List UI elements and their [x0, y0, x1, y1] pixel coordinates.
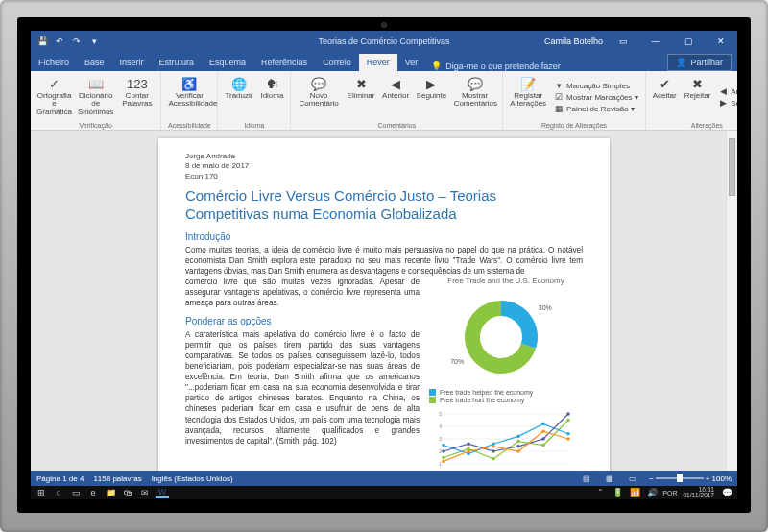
ribbon-icon: 123 [129, 75, 146, 92]
undo-icon[interactable]: ↶ [54, 36, 65, 47]
web-layout-icon[interactable]: ▭ [626, 472, 639, 484]
qat-dropdown-icon[interactable]: ▾ [88, 36, 100, 47]
ribbon-label: Dicionário de Sinónimos [78, 92, 113, 116]
ribbon-button[interactable]: ✔Aceitar [650, 73, 680, 121]
ribbon-button[interactable]: 📝Registar Alterações [507, 73, 549, 121]
tab-estrutura[interactable]: Estrutura [152, 54, 203, 71]
legend-item: Free trade helped the economy [429, 389, 583, 396]
ribbon-icon: 📝 [519, 75, 537, 92]
ribbon-button[interactable]: ◀Anterior [379, 73, 412, 121]
wifi-icon[interactable]: 📶 [628, 487, 641, 498]
tab-ficheiro[interactable]: Ficheiro [31, 54, 77, 71]
tab-referências[interactable]: Referências [253, 54, 315, 71]
ribbon-icon: ♿ [180, 75, 198, 92]
explorer-icon[interactable]: 📁 [104, 487, 117, 498]
tab-rever[interactable]: Rever [359, 54, 397, 71]
tablet-frame: 💾 ↶ ↷ ▾ Teorias de Comércio Competitivas… [0, 0, 768, 532]
redo-icon[interactable]: ↷ [71, 36, 83, 47]
ribbon: ✓Ortografia e Gramática📖Dicionário de Si… [31, 71, 737, 131]
save-icon[interactable]: 💾 [36, 36, 48, 47]
ribbon-icon: ▶ [422, 75, 440, 92]
zoom-out-icon[interactable]: − [649, 474, 654, 483]
chart-sidebar: Free Trade and the U.S. Economy 30%70% F… [429, 277, 583, 471]
ribbon-button[interactable]: 123Contar Palavras [117, 73, 156, 121]
zoom-slider[interactable] [656, 477, 704, 479]
tab-inserir[interactable]: Inserir [112, 54, 152, 71]
notifications-icon[interactable]: 💬 [720, 487, 733, 498]
taskview-icon[interactable]: ▭ [69, 487, 83, 498]
ribbon-button[interactable]: ♿Verificar Acessibilidade [165, 73, 213, 121]
ribbon-button[interactable]: ▶Seguinte [414, 73, 449, 121]
store-icon[interactable]: 🛍 [121, 487, 134, 498]
ribbon-label: Painel de Revisão ▾ [566, 105, 635, 113]
ribbon-small-button[interactable]: ◀Anterior [715, 85, 737, 97]
line-chart: 012345 [429, 409, 573, 471]
ribbon-group-label: Registo de Alterações [507, 121, 640, 129]
ribbon-label: Contar Palavras [120, 92, 154, 109]
ribbon-small-button[interactable]: ▾Marcação Simples [551, 80, 641, 91]
paragraph: A caraterística mais apelativa do comérc… [185, 329, 420, 447]
ribbon-label: Ortografia e Gramática [36, 92, 72, 116]
share-button[interactable]: 👤 Partilhar [667, 54, 732, 71]
clock[interactable]: 16:31 01/11/2017 [681, 487, 716, 499]
tray-chevron-icon[interactable]: ˄ [593, 487, 607, 498]
status-words[interactable]: 1158 palavras [93, 474, 141, 483]
ribbon-label: Mostrar Marcações ▾ [566, 93, 638, 102]
tray-lang[interactable]: POR [662, 490, 677, 496]
vertical-scrollbar[interactable] [726, 131, 737, 471]
print-layout-icon[interactable]: ▦ [603, 472, 616, 484]
tell-me[interactable]: 💡 Diga-me o que pretende fazer [431, 61, 561, 71]
ribbon-icon: 🗣 [263, 75, 280, 92]
battery-icon[interactable]: 🔋 [611, 487, 624, 498]
edge-icon[interactable]: e [86, 487, 100, 498]
ribbon-group-label: Acessibilidade [165, 121, 213, 129]
close-button[interactable]: ✕ [708, 31, 733, 52]
tab-ver[interactable]: Ver [397, 54, 426, 71]
ribbon-group: 💬Novo Comentário✖Eliminar◀Anterior▶Segui… [291, 71, 503, 130]
tab-correio[interactable]: Correio [315, 54, 359, 71]
title-bar: 💾 ↶ ↷ ▾ Teorias de Comércio Competitivas… [31, 31, 737, 52]
ribbon-small-button[interactable]: ☑Mostrar Marcações ▾ [551, 91, 641, 103]
heading-ponder: Ponderar as opções [185, 316, 420, 326]
scroll-thumb[interactable] [729, 138, 735, 196]
ribbon-icon: ✖ [352, 75, 370, 92]
start-icon[interactable]: ⊞ [35, 487, 48, 498]
ribbon-label: Novo Comentário [298, 92, 339, 109]
ribbon-label: Eliminar [348, 92, 375, 100]
share-icon: 👤 [676, 58, 686, 67]
ribbon-button[interactable]: 📖Dicionário de Sinónimos [76, 73, 115, 121]
ribbon-button[interactable]: 💬Mostrar Comentários [451, 73, 498, 121]
ribbon-options-icon[interactable]: ▭ [611, 31, 636, 52]
ribbon-button[interactable]: 🗣Idioma [257, 73, 286, 121]
cortana-icon[interactable]: ○ [52, 487, 65, 498]
ribbon-small-button[interactable]: ▶Seguinte [715, 97, 737, 109]
windows-taskbar: ⊞ ○ ▭ e 📁 🛍 ✉ W ˄ 🔋 📶 🔊 POR 16:31 01/11/… [31, 486, 737, 499]
ribbon-button[interactable]: ✖Eliminar [345, 73, 377, 121]
tab-base[interactable]: Base [77, 54, 112, 71]
ribbon-group: ✔Aceitar✖Rejeitar◀Anterior▶SeguinteAlter… [646, 71, 737, 130]
read-mode-icon[interactable]: ▤ [580, 472, 593, 484]
ribbon-button[interactable]: ✓Ortografia e Gramática [35, 73, 74, 121]
chart-legend: Free trade helped the economyFree trade … [429, 389, 583, 403]
ribbon-button[interactable]: 💬Novo Comentário [295, 73, 342, 121]
ribbon-icon: 📖 [87, 75, 105, 92]
status-page[interactable]: Página 1 de 4 [36, 474, 84, 483]
svg-text:70%: 70% [450, 358, 464, 365]
word-icon[interactable]: W [156, 487, 169, 498]
ribbon-small-button[interactable]: ▦Painel de Revisão ▾ [551, 103, 641, 114]
ribbon-button[interactable]: 🌐Traduzir [222, 73, 255, 121]
zoom-control[interactable]: − + 100% [649, 474, 732, 483]
tab-esquema[interactable]: Esquema [202, 54, 253, 71]
user-name[interactable]: Camila Botelho [544, 36, 603, 46]
minimize-button[interactable]: ― [643, 31, 668, 52]
zoom-in-icon[interactable]: + [706, 474, 710, 483]
ribbon-icon: ☑ [554, 92, 564, 102]
ribbon-group-label: Idioma [222, 121, 286, 129]
maximize-button[interactable]: ▢ [676, 31, 701, 52]
status-lang[interactable]: Inglês (Estados Unidos) [152, 474, 233, 483]
volume-icon[interactable]: 🔊 [645, 487, 659, 498]
ribbon-button[interactable]: ✖Rejeitar [682, 73, 714, 121]
svg-text:30%: 30% [539, 304, 552, 311]
zoom-value[interactable]: 100% [712, 474, 732, 483]
outlook-icon[interactable]: ✉ [138, 487, 152, 498]
